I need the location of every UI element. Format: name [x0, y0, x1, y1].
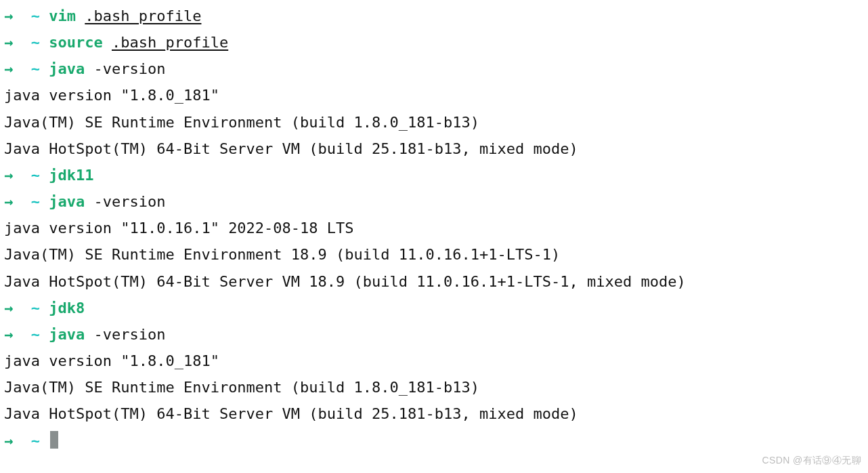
prompt-line: → ~ source .bash_profile — [4, 29, 864, 56]
prompt-arrow-icon: → — [4, 7, 13, 24]
command-name: source — [49, 34, 102, 51]
output-line: Java(TM) SE Runtime Environment (build 1… — [4, 374, 864, 400]
watermark: CSDN @有话⑨④无聊 — [762, 452, 861, 469]
prompt-arrow-icon: → — [4, 432, 13, 449]
prompt-cwd: ~ — [31, 34, 40, 51]
command-arg: .bash_profile — [85, 7, 201, 24]
prompt-cwd: ~ — [31, 326, 40, 343]
command-name: java — [49, 60, 85, 77]
prompt-line: → ~ java -version — [4, 56, 864, 82]
output-line: Java HotSpot(TM) 64-Bit Server VM 18.9 (… — [4, 268, 864, 295]
prompt-cwd: ~ — [31, 300, 40, 316]
output-text: java version "11.0.16.1" 2022-08-18 LTS — [4, 220, 354, 236]
output-text: java version "1.8.0_181" — [4, 352, 219, 369]
command-name: java — [49, 193, 85, 210]
command-name: java — [49, 326, 85, 343]
cursor — [50, 431, 58, 449]
command-arg: -version — [93, 193, 165, 210]
prompt-line: → ~ jdk8 — [4, 295, 864, 321]
command-name: jdk8 — [49, 300, 85, 316]
prompt-arrow-icon: → — [4, 60, 13, 77]
output-line: java version "1.8.0_181" — [4, 82, 864, 108]
output-text: Java(TM) SE Runtime Environment (build 1… — [4, 379, 479, 396]
output-text: Java HotSpot(TM) 64-Bit Server VM 18.9 (… — [4, 273, 686, 290]
prompt-line: → ~ jdk11 — [4, 162, 864, 188]
output-text: java version "1.8.0_181" — [4, 87, 219, 104]
output-text: Java HotSpot(TM) 64-Bit Server VM (build… — [4, 405, 578, 422]
output-line: Java(TM) SE Runtime Environment 18.9 (bu… — [4, 241, 864, 268]
prompt-arrow-icon: → — [4, 167, 13, 184]
prompt-arrow-icon: → — [4, 326, 13, 343]
output-line: java version "11.0.16.1" 2022-08-18 LTS — [4, 215, 864, 241]
terminal-output[interactable]: → ~ vim .bash_profile→ ~ source .bash_pr… — [4, 3, 864, 454]
prompt-cwd: ~ — [31, 60, 40, 77]
output-line: Java HotSpot(TM) 64-Bit Server VM (build… — [4, 136, 864, 162]
output-line: Java(TM) SE Runtime Environment (build 1… — [4, 109, 864, 136]
prompt-arrow-icon: → — [4, 193, 13, 210]
command-arg: -version — [93, 326, 165, 343]
prompt-line: → ~ vim .bash_profile — [4, 3, 864, 29]
output-text: Java(TM) SE Runtime Environment 18.9 (bu… — [4, 246, 560, 263]
prompt-cwd: ~ — [31, 7, 40, 24]
command-name: jdk11 — [49, 167, 93, 184]
command-name: vim — [49, 7, 76, 24]
prompt-cwd: ~ — [31, 193, 40, 210]
command-arg: .bash_profile — [112, 34, 228, 51]
output-text: Java HotSpot(TM) 64-Bit Server VM (build… — [4, 140, 578, 157]
prompt-arrow-icon: → — [4, 300, 13, 316]
command-arg: -version — [93, 60, 165, 77]
output-text: Java(TM) SE Runtime Environment (build 1… — [4, 114, 479, 131]
output-line: Java HotSpot(TM) 64-Bit Server VM (build… — [4, 400, 864, 427]
prompt-line: → ~ java -version — [4, 321, 864, 348]
prompt-cwd: ~ — [31, 167, 40, 184]
prompt-line: → ~ java -version — [4, 188, 864, 215]
output-line: java version "1.8.0_181" — [4, 348, 864, 374]
prompt-cwd: ~ — [31, 432, 40, 449]
prompt-arrow-icon: → — [4, 34, 13, 51]
prompt-line: → ~ — [4, 428, 864, 454]
